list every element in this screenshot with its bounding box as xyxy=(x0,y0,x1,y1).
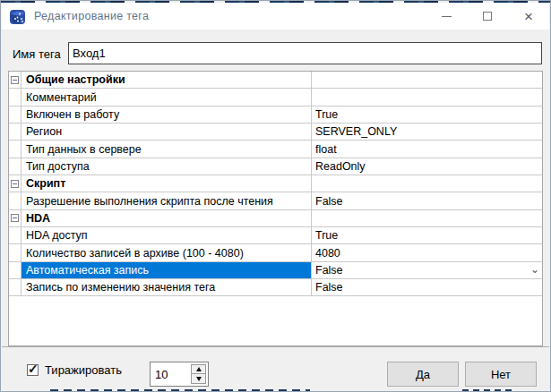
row-gutter xyxy=(9,227,22,243)
property-label: Скрипт xyxy=(22,175,312,192)
chevron-down-icon[interactable]: ⌄ xyxy=(530,263,539,276)
property-value-text: False xyxy=(315,264,343,277)
property-row[interactable]: HDA доступTrue xyxy=(9,227,542,244)
row-gutter xyxy=(9,279,22,295)
tag-name-label: Имя тега xyxy=(13,47,61,61)
property-label: HDA доступ xyxy=(22,227,312,243)
replicate-checkbox[interactable]: ✓ xyxy=(27,364,39,376)
row-gutter xyxy=(9,89,22,105)
property-value[interactable]: False⌄ xyxy=(312,262,542,278)
property-label: Запись по изменению значения тега xyxy=(22,279,312,295)
minimize-button[interactable] xyxy=(426,3,467,30)
property-value-text: ReadOnly xyxy=(315,160,366,173)
property-value[interactable]: False xyxy=(312,192,542,209)
spin-down-icon xyxy=(196,377,202,381)
property-value-text: float xyxy=(315,143,337,156)
app-icon xyxy=(9,8,26,25)
property-row[interactable]: Включен в работуTrue xyxy=(9,107,542,124)
property-value-text: True xyxy=(315,229,338,242)
property-value[interactable]: False xyxy=(312,279,542,295)
property-label: Включен в работу xyxy=(22,107,312,123)
property-grid-rows: Общие настройкиКомментарийВключен в рабо… xyxy=(9,72,542,296)
property-label: Общие настройки xyxy=(22,72,312,88)
property-value[interactable]: True xyxy=(312,227,542,243)
property-row[interactable]: Количество записей в архиве (100 - 4080)… xyxy=(9,244,542,261)
group-row[interactable]: HDA xyxy=(9,210,542,227)
property-label: Тип доступа xyxy=(22,158,312,175)
property-value[interactable] xyxy=(312,175,542,192)
maximize-button[interactable] xyxy=(467,3,508,30)
property-value-text: True xyxy=(315,108,338,121)
property-row[interactable]: Автоматическая записьFalse⌄ xyxy=(9,262,542,279)
row-gutter xyxy=(9,107,22,123)
spin-down-button[interactable] xyxy=(192,374,205,383)
property-label: Разрешение выполнения скрипта после чтен… xyxy=(22,192,312,209)
property-label: Количество записей в архиве (100 - 4080) xyxy=(22,244,312,260)
collapse-minus-icon[interactable] xyxy=(11,180,19,188)
property-row[interactable]: Тип доступаReadOnly xyxy=(9,158,542,175)
background-window-sliver-bottom xyxy=(462,389,512,391)
property-value-text: False xyxy=(315,281,343,294)
property-value[interactable] xyxy=(312,210,542,226)
row-gutter xyxy=(9,262,22,278)
property-label: Автоматическая запись xyxy=(22,262,312,278)
dialog-window: Редактирование тега × Имя тега Общие нас… xyxy=(0,0,551,392)
property-value[interactable] xyxy=(312,72,542,88)
property-value[interactable] xyxy=(312,89,542,105)
replicate-count-spinner xyxy=(150,362,209,387)
property-row[interactable]: Разрешение выполнения скрипта после чтен… xyxy=(9,192,542,209)
replicate-count-input[interactable] xyxy=(151,362,191,386)
row-gutter xyxy=(9,244,22,260)
property-label: Комментарий xyxy=(22,89,312,105)
background-window-sliver-bottom xyxy=(50,389,310,391)
property-value[interactable]: ReadOnly xyxy=(312,158,542,175)
window-controls: × xyxy=(426,3,549,30)
property-value[interactable]: SERVER_ONLY xyxy=(312,124,542,140)
collapse-toggle[interactable] xyxy=(9,72,22,88)
spin-up-icon xyxy=(196,367,202,371)
property-value-text: False xyxy=(315,195,343,208)
property-label: Тип данных в сервере xyxy=(22,141,312,157)
close-button[interactable]: × xyxy=(508,3,549,30)
spin-up-button[interactable] xyxy=(192,365,205,374)
property-value[interactable]: True xyxy=(312,107,542,123)
row-gutter xyxy=(9,124,22,140)
no-button[interactable]: Нет xyxy=(465,362,537,387)
property-label: Регион xyxy=(22,124,312,140)
maximize-icon xyxy=(483,12,492,21)
property-label: HDA xyxy=(22,210,312,226)
close-icon: × xyxy=(524,9,533,24)
property-value[interactable]: float xyxy=(312,141,542,157)
property-row[interactable]: РегионSERVER_ONLY xyxy=(9,124,542,141)
property-value-text: SERVER_ONLY xyxy=(315,125,397,138)
row-gutter xyxy=(9,141,22,157)
footer-panel: ✓ Тиражировать Да Нет xyxy=(2,346,549,390)
titlebar[interactable]: Редактирование тега × xyxy=(2,3,549,30)
property-value-text: 4080 xyxy=(315,247,340,260)
group-row[interactable]: Общие настройки xyxy=(9,72,542,89)
checkbox-check-icon: ✓ xyxy=(28,362,39,376)
collapse-toggle[interactable] xyxy=(9,210,22,226)
collapse-toggle[interactable] xyxy=(9,175,22,192)
collapse-minus-icon[interactable] xyxy=(11,214,19,222)
replicate-option[interactable]: ✓ Тиражировать xyxy=(27,363,122,377)
row-gutter xyxy=(9,158,22,175)
replicate-label: Тиражировать xyxy=(45,363,122,377)
property-row[interactable]: Тип данных в сервереfloat xyxy=(9,141,542,158)
window-title: Редактирование тега xyxy=(34,10,149,22)
property-row[interactable]: Комментарий xyxy=(9,89,542,106)
property-grid: Общие настройкиКомментарийВключен в рабо… xyxy=(8,71,543,346)
collapse-minus-icon[interactable] xyxy=(11,76,19,84)
property-row[interactable]: Запись по изменению значения тегаFalse xyxy=(9,279,542,296)
minimize-icon xyxy=(442,16,452,17)
spinner-buttons xyxy=(191,364,206,384)
row-gutter xyxy=(9,192,22,209)
tag-name-input[interactable] xyxy=(68,42,542,64)
group-row[interactable]: Скрипт xyxy=(9,175,542,192)
property-value[interactable]: 4080 xyxy=(312,244,542,260)
yes-button[interactable]: Да xyxy=(387,362,459,387)
